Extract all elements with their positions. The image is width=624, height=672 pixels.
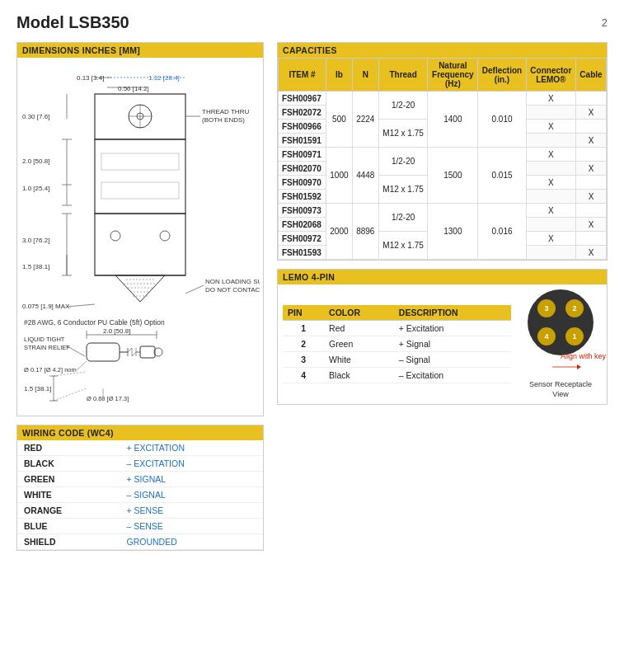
capacities-lemo: X [526, 204, 575, 218]
capacities-cable: X [575, 162, 606, 176]
svg-text:1.12 [28.4]: 1.12 [28.4] [148, 74, 180, 82]
svg-text:STRAIN RELIEF: STRAIN RELIEF [24, 344, 70, 351]
lemo-pin: 3 [283, 352, 324, 368]
svg-text:NON LOADING SURFACE: NON LOADING SURFACE [205, 278, 260, 285]
col-deflection: Deflection(in.) [478, 59, 527, 92]
svg-text:1.5 [38.1]: 1.5 [38.1] [24, 385, 51, 392]
svg-text:(BOTH ENDS): (BOTH ENDS) [202, 116, 245, 124]
wiring-value: GROUNDED [120, 534, 263, 550]
svg-text:1.5 [38.1]: 1.5 [38.1] [22, 263, 49, 270]
capacities-lemo [526, 190, 575, 204]
pin-2-dot: 2 [565, 299, 584, 317]
svg-text:0.30 [7.6]: 0.30 [7.6] [22, 113, 49, 120]
capacities-header: CAPACITIES [278, 43, 607, 58]
sensor-label: Sensor Receptacle View [519, 380, 602, 399]
page-title: Model LSB350 [16, 13, 129, 32]
lemo-col-pin: PIN [283, 305, 324, 321]
capacities-lemo [526, 162, 575, 176]
capacities-cable: X [575, 218, 606, 232]
capacities-cable [575, 232, 606, 246]
dimensions-svg: 0.13 [3.4] 1.12 [28.4] 0.56 [14.2] 0.30 … [21, 63, 260, 409]
wiring-label: GREEN [17, 472, 120, 487]
capacities-item: FSH00967 [279, 92, 326, 106]
lemo-table: PIN COLOR DESCRIPTION 1Red+ Excitation2G… [283, 305, 511, 383]
lemo-header: LEMO 4-PIN [278, 270, 607, 284]
capacities-thread: M12 x 1.75 [378, 120, 428, 148]
svg-line-66 [77, 361, 87, 370]
lemo-description: + Excitation [394, 321, 511, 336]
lemo-pin: 2 [283, 336, 324, 352]
capacities-lemo [526, 134, 575, 148]
svg-text:LIQUID TIGHT: LIQUID TIGHT [24, 336, 65, 343]
svg-text:2.0 [50.8]: 2.0 [50.8] [103, 327, 130, 335]
capacities-item: FSH01592 [279, 190, 326, 204]
wiring-label: SHIELD [17, 534, 120, 550]
capacities-lemo: X [526, 232, 575, 246]
col-lemo: ConnectorLEMO® [526, 59, 575, 92]
capacities-cable [575, 204, 606, 218]
connector-circle: 3 2 4 1 [528, 289, 594, 355]
capacities-cable: X [575, 246, 606, 260]
dimensions-header: DIMENSIONS inches [mm] [17, 43, 263, 58]
wiring-value: – SIGNAL [120, 487, 263, 503]
svg-text:DO NOT CONTACT: DO NOT CONTACT [205, 286, 260, 294]
wiring-table: RED+ EXCITATIONBLACK– EXCITATIONGREEN+ S… [17, 440, 263, 550]
capacities-thread: 1/2-20 [378, 148, 428, 176]
svg-text:2.0 [50.8]: 2.0 [50.8] [22, 157, 49, 165]
capacities-item: FSH01591 [279, 134, 326, 148]
capacities-lemo: X [526, 92, 575, 106]
capacities-thread: M12 x 1.75 [378, 176, 428, 204]
wiring-label: ORANGE [17, 503, 120, 519]
capacities-cable [575, 92, 606, 106]
lemo-color: Black [324, 368, 394, 383]
capacities-cable: X [575, 134, 606, 148]
capacities-deflection: 0.015 [478, 148, 527, 204]
col-cable: Cable [575, 59, 606, 92]
capacities-lemo [526, 246, 575, 260]
lemo-section: LEMO 4-PIN PIN COLOR DESCRIPTION 1Red+ E… [277, 269, 608, 405]
svg-marker-76 [577, 364, 581, 369]
svg-rect-63 [140, 346, 155, 358]
svg-rect-23 [95, 139, 185, 214]
capacities-thread: 1/2-20 [378, 92, 428, 120]
pin-4-dot: 4 [537, 327, 556, 345]
wiring-value: + SIGNAL [120, 472, 263, 487]
col-lb: lb [326, 59, 352, 92]
capacities-thread: M12 x 1.75 [378, 232, 428, 260]
wiring-value: – EXCITATION [120, 456, 263, 472]
svg-text:#28 AWG, 6 Conductor PU Cable : #28 AWG, 6 Conductor PU Cable (5ft) Opti… [24, 318, 165, 327]
lemo-pin: 4 [283, 368, 324, 383]
capacities-item: FSH00973 [279, 204, 326, 218]
wiring-value: + SENSE [120, 503, 263, 519]
svg-point-33 [110, 231, 120, 241]
svg-text:THREAD THRU: THREAD THRU [202, 108, 249, 115]
lemo-description: + Signal [394, 336, 511, 352]
lemo-description: – Excitation [394, 368, 511, 383]
capacities-deflection: 0.016 [478, 204, 527, 260]
capacities-table: ITEM # lb N Thread NaturalFrequency(Hz) … [278, 58, 607, 260]
svg-rect-55 [87, 343, 120, 361]
svg-text:Ø 0.68 [Ø 17.3]: Ø 0.68 [Ø 17.3] [87, 395, 129, 402]
wiring-value: – SENSE [120, 519, 263, 534]
capacities-item: FSH02072 [279, 106, 326, 120]
capacities-item: FSH00966 [279, 120, 326, 134]
dimensions-diagram: 0.13 [3.4] 1.12 [28.4] 0.56 [14.2] 0.30 … [17, 58, 263, 416]
lemo-table-wrap: PIN COLOR DESCRIPTION 1Red+ Excitation2G… [283, 305, 511, 383]
lemo-pin: 1 [283, 321, 324, 336]
capacities-lemo [526, 218, 575, 232]
lemo-color: White [324, 352, 394, 368]
capacities-section: CAPACITIES ITEM # lb N Thread NaturalFre… [277, 42, 608, 261]
wiring-section: WIRING CODE (WC4) RED+ EXCITATIONBLACK– … [16, 425, 264, 551]
capacities-lemo [526, 106, 575, 120]
svg-text:0.56 [14.2]: 0.56 [14.2] [118, 85, 149, 92]
svg-point-34 [160, 231, 170, 241]
capacities-natfreq: 1300 [428, 204, 478, 260]
svg-text:0.13 [3.4]: 0.13 [3.4] [77, 74, 104, 82]
svg-line-60 [132, 352, 136, 356]
capacities-deflection: 0.010 [478, 92, 527, 148]
capacities-cable [575, 120, 606, 134]
svg-rect-25 [101, 182, 179, 199]
lemo-color: Green [324, 336, 394, 352]
capacities-lb: 2000 [326, 204, 352, 260]
svg-line-58 [128, 348, 132, 352]
